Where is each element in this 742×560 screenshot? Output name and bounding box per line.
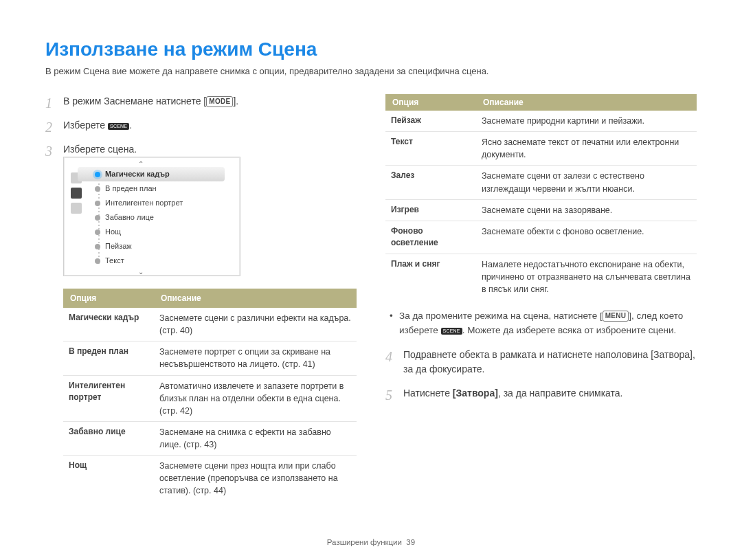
scene-icon: SCENE	[108, 123, 129, 130]
scene-menu-list: Магически кадър В преден план Интелигент…	[89, 167, 233, 268]
left-column: В режим Заснемане натиснете [MODE]. Избе…	[45, 94, 357, 511]
note-item: За да промените режима на сцена, натисне…	[385, 309, 697, 338]
table-header-option: Опция	[63, 289, 154, 308]
table-row: Фоново осветлениеЗаснемате обекти с фоно…	[385, 221, 697, 254]
table-header-option: Опция	[385, 94, 476, 111]
table-header-desc: Описание	[154, 289, 357, 308]
table-row: ТекстЯсно заснемате текст от печатни или…	[385, 132, 697, 166]
table-row: В преден планЗаснемете портрет с опции з…	[63, 341, 357, 375]
manual-page: Използване на режим Сцена В режим Сцена …	[0, 0, 742, 560]
scene-menu-item-selected: Магически кадър	[78, 167, 225, 181]
scene-menu-item: Текст	[89, 254, 233, 268]
table-row: Магически кадърЗаснемете сцени с различн…	[63, 308, 357, 341]
scene-mode-icon	[71, 188, 82, 199]
mode-key: MODE	[206, 96, 233, 107]
scene-menu-item: В преден план	[89, 181, 233, 196]
scene-menu-item: Интелигентен портрет	[89, 196, 233, 210]
scene-menu-item: Забавно лице	[89, 210, 233, 225]
page-footer: Разширени функции 39	[0, 538, 742, 546]
star-icon	[71, 203, 82, 214]
table-row: ПейзажЗаснемате природни картини и пейза…	[385, 111, 697, 132]
step-3: Изберете сцена. ⌃ ⌄ Магически кадър	[45, 142, 357, 502]
step-2: Изберете SCENE.	[45, 118, 357, 133]
table-row: НощЗаснемете сцени през нощта или при сл…	[63, 456, 357, 502]
table-row: ЗалезЗаснемате сцени от залези с естеств…	[385, 166, 697, 199]
page-intro: В режим Сцена вие можете да направете сн…	[45, 66, 697, 76]
scene-menu-item: Нощ	[89, 225, 233, 239]
shutter-label: [Затвора]	[453, 388, 498, 399]
step-5: Натиснете [Затвора], за да направите сни…	[385, 386, 697, 401]
step-1: В режим Заснемане натиснете [MODE].	[45, 94, 357, 109]
scene-menu-item: Пейзаж	[89, 239, 233, 254]
right-column: Опция Описание ПейзажЗаснемате природни …	[385, 94, 697, 511]
table-row: Плаж и снягНамалете недостатъчното експо…	[385, 254, 697, 300]
note-list: За да промените режима на сцена, натисне…	[385, 309, 697, 338]
step-4: Подравнете обекта в рамката и натиснете …	[385, 348, 697, 377]
menu-key: MENU	[603, 311, 629, 322]
options-table-right: Опция Описание ПейзажЗаснемате природни …	[385, 94, 697, 300]
table-row: Интелигентен портретАвтоматично извлечет…	[63, 375, 357, 421]
camera-screenshot: ⌃ ⌄ Магически кадър В преден план Интели…	[63, 157, 240, 276]
table-row: Забавно лицеЗаснемане на снимка с ефекти…	[63, 421, 357, 455]
chevron-down-icon: ⌄	[138, 267, 144, 277]
scene-icon: SCENE	[441, 328, 462, 335]
table-row: ИзгревЗаснемате сцени на зазоряване.	[385, 199, 697, 221]
options-table-left: Опция Описание Магически кадърЗаснемете …	[63, 289, 357, 502]
table-header-desc: Описание	[476, 94, 697, 111]
page-title: Използване на режим Сцена	[45, 38, 697, 60]
